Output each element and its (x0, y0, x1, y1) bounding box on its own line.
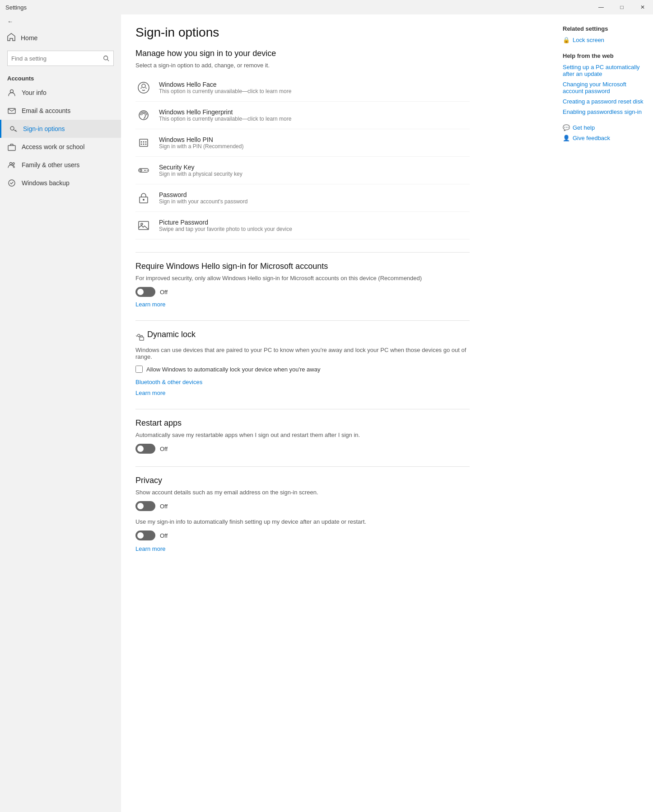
divider-1 (135, 252, 470, 253)
require-hello-learn-more[interactable]: Learn more (135, 301, 165, 308)
svg-point-13 (145, 141, 147, 143)
fingerprint-icon (135, 107, 152, 123)
restart-apps-toggle[interactable] (135, 444, 155, 454)
manage-desc: Select a sign-in option to add, change, … (135, 62, 470, 69)
option-desc-security-key: Sign in with a physical security key (159, 171, 243, 177)
dynamic-lock-icon (135, 332, 145, 341)
lock-screen-icon: 🔒 (563, 37, 570, 43)
dynamic-lock-checkbox-label[interactable]: Allow Windows to automatically lock your… (146, 366, 320, 373)
person-icon (7, 88, 16, 97)
privacy-toggle-1-row: Off (135, 501, 470, 511)
home-label: Home (21, 34, 37, 42)
option-desc-face: This option is currently unavailable—cli… (159, 88, 291, 94)
sidebar-item-your-info[interactable]: Your info (0, 84, 121, 102)
sidebar-item-email-accounts[interactable]: Email & accounts (0, 102, 121, 120)
divider-3 (135, 409, 470, 409)
sidebar-item-email-label: Email & accounts (22, 107, 70, 114)
option-text-picture-password: Picture Password Swipe and tap your favo… (159, 219, 292, 232)
related-settings-section: Related settings 🔒 Lock screen (563, 25, 644, 43)
privacy-toggle-2-label: Off (160, 532, 168, 539)
sidebar-item-access-work-label: Access work or school (22, 143, 84, 150)
require-hello-section: Require Windows Hello sign-in for Micros… (135, 262, 470, 308)
signin-option-password[interactable]: Password Sign in with your account's pas… (135, 184, 470, 212)
help-link-3-label: Enabling passwordless sign-in (563, 108, 642, 115)
back-button[interactable]: ← (0, 14, 121, 28)
sidebar-item-access-work[interactable]: Access work or school (0, 138, 121, 156)
sidebar-item-family-users[interactable]: Family & other users (0, 156, 121, 174)
close-button[interactable]: ✕ (632, 0, 653, 14)
minimize-button[interactable]: — (591, 0, 611, 14)
search-button[interactable] (99, 51, 113, 66)
help-link-3[interactable]: Enabling passwordless sign-in (563, 108, 644, 115)
require-hello-desc: For improved security, only allow Window… (135, 275, 470, 282)
dynamic-lock-title: Dynamic lock (147, 330, 196, 339)
signin-option-fingerprint[interactable]: Windows Hello Fingerprint This option is… (135, 102, 470, 129)
get-help-icon: 💬 (563, 124, 570, 131)
dynamic-lock-learn-more[interactable]: Learn more (135, 390, 165, 396)
signin-option-picture-password[interactable]: Picture Password Swipe and tap your favo… (135, 212, 470, 239)
content-inner: Sign-in options Manage how you sign in t… (135, 25, 470, 552)
help-link-2[interactable]: Creating a password reset disk (563, 98, 644, 105)
dynamic-lock-checkbox[interactable] (135, 366, 143, 373)
privacy-title: Privacy (135, 476, 470, 485)
svg-point-18 (140, 169, 142, 171)
svg-point-12 (143, 141, 145, 143)
pin-icon (135, 135, 152, 151)
require-hello-toggle-row: Off (135, 287, 470, 297)
manage-section: Manage how you sign in to your device Se… (135, 49, 470, 239)
bluetooth-link[interactable]: Bluetooth & other devices (135, 379, 202, 385)
svg-point-25 (138, 334, 140, 336)
option-text-fingerprint: Windows Hello Fingerprint This option is… (159, 108, 291, 122)
search-box (7, 51, 114, 66)
title-bar-controls: — □ ✕ (591, 0, 653, 14)
lock-screen-link[interactable]: 🔒 Lock screen (563, 37, 644, 43)
toggle-knob-2 (137, 446, 144, 452)
lock-screen-label: Lock screen (573, 37, 604, 43)
home-button[interactable]: Home (0, 28, 121, 47)
option-text-password: Password Sign in with your account's pas… (159, 191, 247, 205)
svg-point-11 (141, 141, 142, 143)
dynamic-lock-header: Dynamic lock (135, 330, 470, 343)
manage-title: Manage how you sign in to your device (135, 49, 470, 58)
search-icon (103, 55, 109, 61)
privacy-toggle-2[interactable] (135, 530, 155, 540)
sidebar: ← Home Accounts (0, 14, 121, 812)
dynamic-lock-section: Dynamic lock Windows can use devices tha… (135, 330, 470, 396)
option-text-face: Windows Hello Face This option is curren… (159, 81, 291, 94)
privacy-toggle-1[interactable] (135, 501, 155, 511)
search-input[interactable] (8, 55, 99, 62)
toggle-knob (137, 289, 144, 295)
svg-point-15 (143, 144, 145, 145)
app-title: Settings (5, 4, 27, 11)
sidebar-item-sign-in-label: Sign-in options (23, 125, 65, 132)
signin-option-face[interactable]: Windows Hello Face This option is curren… (135, 74, 470, 102)
sidebar-item-windows-backup[interactable]: Windows backup (0, 174, 121, 192)
option-title-password: Password (159, 191, 247, 198)
divider-2 (135, 320, 470, 321)
toggle-knob-3 (137, 503, 144, 509)
get-help-link[interactable]: 💬 Get help (563, 124, 644, 131)
briefcase-icon (7, 142, 16, 151)
require-hello-toggle[interactable] (135, 287, 155, 297)
option-title-pin: Windows Hello PIN (159, 136, 243, 143)
support-section: 💬 Get help 👤 Give feedback (563, 124, 644, 141)
sidebar-item-sign-in-options[interactable]: Sign-in options (0, 120, 121, 138)
help-link-1[interactable]: Changing your Microsoft account password (563, 81, 644, 94)
privacy-desc-1: Show account details such as my email ad… (135, 489, 470, 496)
signin-option-pin[interactable]: Windows Hello PIN Sign in with a PIN (Re… (135, 129, 470, 157)
signin-option-security-key[interactable]: Security Key Sign in with a physical sec… (135, 157, 470, 184)
give-feedback-link[interactable]: 👤 Give feedback (563, 135, 644, 141)
svg-rect-5 (8, 146, 15, 150)
svg-point-16 (145, 144, 147, 145)
sidebar-section-title: Accounts (0, 70, 121, 84)
help-link-0-label: Setting up a PC automatically after an u… (563, 64, 644, 77)
maximize-button[interactable]: □ (611, 0, 632, 14)
help-web-title: Help from the web (563, 52, 644, 59)
option-title-picture-password: Picture Password (159, 219, 292, 226)
help-link-0[interactable]: Setting up a PC automatically after an u… (563, 64, 644, 77)
option-desc-pin: Sign in with a PIN (Recommended) (159, 143, 243, 150)
help-link-1-label: Changing your Microsoft account password (563, 81, 644, 94)
option-text-pin: Windows Hello PIN Sign in with a PIN (Re… (159, 136, 243, 150)
privacy-learn-more[interactable]: Learn more (135, 545, 165, 552)
require-hello-toggle-label: Off (160, 289, 168, 296)
